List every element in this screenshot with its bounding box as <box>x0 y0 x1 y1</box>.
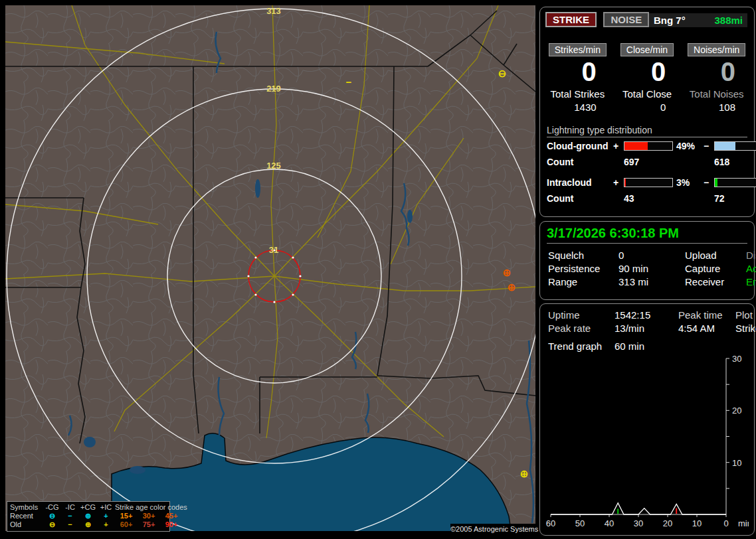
strike-symbol-negcg: ⊖ <box>498 68 507 79</box>
cloud-ground-row: Cloud-ground + 49% − 43% <box>540 137 754 154</box>
plus-sign: + <box>613 141 624 151</box>
distribution-title: Lightning type distribution <box>547 125 747 137</box>
status-row: Persistence 90 min Capture Active <box>540 261 754 274</box>
strike-symbol-poscg: ⊕ <box>520 468 529 479</box>
peak-time-label: Peak time <box>678 309 735 321</box>
age-75: 75+ <box>138 520 160 529</box>
range-value: 313 mi <box>618 276 685 287</box>
lightning-map[interactable]: 31 125 219 313 ⊖−⊕⊕⊕ Symbols -CG -IC +CG… <box>5 5 535 534</box>
legend-col-pos-cg: +CG <box>79 503 97 512</box>
peak-rate-value: 13/min <box>614 323 678 334</box>
close-per-min-button[interactable]: Close/min <box>620 43 674 56</box>
upload-status: Disabled <box>746 250 756 261</box>
trend-graph-chart: 6050403020100min102030 <box>545 352 749 532</box>
x-tick-label: 10 <box>692 518 702 528</box>
noise-toggle-button[interactable]: NOISE <box>603 12 649 27</box>
legend-row-recent-label: Recent <box>10 512 43 520</box>
age-15: 15+ <box>115 512 138 520</box>
strike-symbol-poscg: ⊕ <box>508 281 516 293</box>
legend-col-neg-ic: -IC <box>61 503 79 512</box>
uptime-value: 1542:15 <box>614 309 678 321</box>
x-axis-unit: min <box>738 518 749 528</box>
cloud-ground-label: Cloud-ground <box>547 141 613 151</box>
map-canvas: 31 125 219 313 ⊖−⊕⊕⊕ <box>5 5 535 534</box>
bearing-value: Bng 7° <box>654 15 686 26</box>
ring-label-31: 31 <box>269 245 278 255</box>
series-strikes <box>551 503 726 514</box>
intracloud-label: Intracloud <box>547 177 613 188</box>
squelch-value: 0 <box>618 250 685 261</box>
ring-label-125: 125 <box>266 161 281 171</box>
legend-symbols-header: Symbols <box>10 503 43 512</box>
x-tick-label: 20 <box>663 518 672 528</box>
old-pos-ic-icon: + <box>97 520 115 529</box>
cg-negative-count: 618 <box>714 157 756 167</box>
noises-per-min-value: 0 <box>682 58 751 86</box>
strikes-per-min-button[interactable]: Strikes/min <box>549 43 607 56</box>
receiver-status: Enabled <box>746 276 756 287</box>
ic-positive-pct: 3% <box>673 177 704 188</box>
copyright-notice: ©2005 Astrogenic Systems <box>450 524 535 534</box>
ring-label-313: 313 <box>266 6 281 16</box>
strike-symbol-poscg: ⊕ <box>503 267 512 278</box>
ic-count-label: Count <box>547 193 613 204</box>
legend-age-header: Strike age color codes <box>115 503 183 512</box>
status-row: Squelch 0 Upload Disabled <box>540 248 754 261</box>
uptime-label: Uptime <box>548 309 614 321</box>
age-30: 30+ <box>138 512 160 520</box>
status-row: Range 313 mi Receiver Enabled <box>540 274 754 287</box>
old-pos-cg-icon: ⊕ <box>79 520 97 529</box>
strike-stats-panel: STRIKE NOISE Bng 7° 388mi Strikes/min 0 … <box>539 7 755 217</box>
old-neg-ic-icon: − <box>61 520 79 529</box>
legend-col-pos-ic: +IC <box>97 503 115 512</box>
peak-rate-label: Peak rate <box>548 323 614 334</box>
rate-counters: Strikes/min 0 Total Strikes 1430 Close/m… <box>540 43 754 113</box>
x-tick-label: 30 <box>634 518 643 528</box>
cursor-range-value: 388mi <box>714 15 743 26</box>
old-neg-cg-icon: ⊖ <box>43 520 61 529</box>
plot-label: Plot <box>735 309 753 321</box>
cg-positive-count: 697 <box>624 157 673 167</box>
recent-neg-ic-icon: − <box>61 512 79 520</box>
age-60: 60+ <box>115 520 138 529</box>
noises-per-min-column: Noises/min 0 Total Noises 108 <box>682 43 751 113</box>
map-legend: Symbols -CG -IC +CG +IC Strike age color… <box>7 501 170 532</box>
bearing-range-display: Bng 7° 388mi <box>649 13 747 27</box>
noises-per-min-button[interactable]: Noises/min <box>688 43 745 56</box>
y-tick-label: 10 <box>732 458 741 468</box>
x-tick-label: 40 <box>605 518 614 528</box>
system-status-panel: 3/17/2026 6:30:18 PM Squelch 0 Upload Di… <box>539 221 755 300</box>
peak-time-value: 4:54 AM <box>678 323 735 334</box>
ring-label-219: 219 <box>266 84 281 94</box>
ic-negative-bar-fill <box>715 179 717 187</box>
minus-sign: − <box>704 141 714 151</box>
recent-pos-cg-icon: ⊕ <box>79 512 97 520</box>
capture-status: Active <box>746 263 756 274</box>
cg-count-label: Count <box>547 157 613 167</box>
close-per-min-column: Close/min 0 Total Close 0 <box>613 43 682 113</box>
total-noises-value: 108 <box>682 102 751 113</box>
x-tick-label: 50 <box>575 518 585 528</box>
ic-negative-bar <box>714 178 756 187</box>
close-per-min-value: 0 <box>613 58 682 86</box>
minus-sign: − <box>704 177 714 188</box>
ic-negative-count: 72 <box>714 193 756 204</box>
squelch-label: Squelch <box>548 250 618 261</box>
recent-neg-cg-icon: ⊖ <box>43 512 61 520</box>
age-45: 45+ <box>160 512 183 520</box>
app-window: 31 125 219 313 ⊖−⊕⊕⊕ Symbols -CG -IC +CG… <box>0 0 756 539</box>
strikes-per-min-column: Strikes/min 0 Total Strikes 1430 <box>543 43 613 113</box>
current-datetime: 3/17/2026 6:30:18 PM <box>547 226 747 244</box>
y-tick-label: 20 <box>732 406 741 416</box>
recent-pos-ic-icon: + <box>97 512 115 520</box>
receiver-label: Receiver <box>685 276 746 287</box>
ic-positive-bar-fill <box>624 179 626 187</box>
cg-positive-bar <box>624 141 673 151</box>
strike-symbol-negic: − <box>346 76 352 88</box>
strikes-per-min-value: 0 <box>543 58 613 86</box>
range-label: Range <box>548 276 618 287</box>
x-tick-label: 60 <box>546 518 555 528</box>
cg-negative-bar <box>714 141 756 151</box>
cg-positive-pct: 49% <box>673 141 704 151</box>
strike-toggle-button[interactable]: STRIKE <box>545 12 597 27</box>
